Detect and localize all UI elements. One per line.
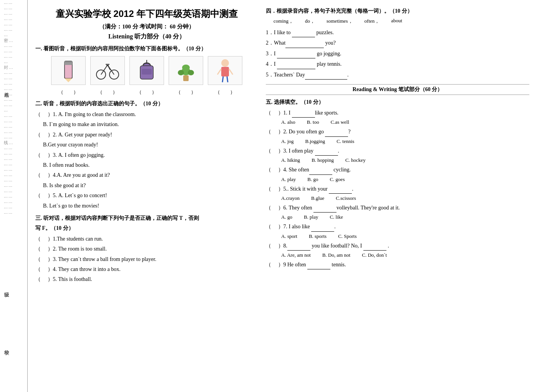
svg-rect-18 (221, 67, 229, 76)
right-column: 四．根据录音内容，将句子补充完整（每格一词）。（10 分） coming， do… (266, 8, 529, 384)
s5-q1-options: A. also B. too C.as well (266, 119, 529, 125)
s5-q6-options: A. go B. play C. like (266, 214, 529, 220)
section1-block: 一. 看图听音，根据听到的内容用阿拉伯数字给下面各图标号。（10 分） (35, 45, 258, 96)
img-label-5: （ ） (208, 89, 242, 96)
img-label-2: （ ） (90, 89, 125, 96)
title-sub: （满分：100 分 考试时间： 60 分钟） (35, 23, 258, 30)
svg-point-17 (221, 59, 229, 67)
s5-q8: （ ）8. you like football? No, I . (266, 242, 529, 251)
section2-header: 二. 听音，根据听到的内容选出正确的句子。（10 分） (35, 100, 258, 107)
page-title: 童兴实验学校 2012 年下四年级英语期中测查 (35, 8, 258, 20)
svg-point-15 (188, 70, 194, 75)
section5-block: 五. 选择填空。（10 分） （ ）1. I like sports. A. a… (266, 99, 529, 270)
s5-q3-options: A. hiking B. hopping C. hockey (266, 157, 529, 163)
s4-q5: 5．Teachers` Day . (266, 71, 529, 80)
s4-q2: 2．What you? (266, 39, 529, 48)
svg-line-19 (217, 69, 221, 75)
section2-block: 二. 听音，根据听到的内容选出正确的句子。（10 分） （ ）1. A. I'm… (35, 100, 258, 210)
word-bank: coming， do， sometimes， often， about (273, 18, 529, 25)
s5-q7: （ ）7. I also like . (266, 223, 529, 231)
s2-q2: （ ）2. A. Get your paper ready! (35, 131, 258, 139)
s5-q8-options: A. Are, am not B. Do, am not C. Do, don`… (266, 252, 529, 258)
s3-q1: （ ）1.The students can run. (35, 235, 258, 243)
svg-line-22 (227, 76, 228, 82)
image-row (35, 56, 258, 85)
svg-line-20 (229, 69, 233, 75)
s5-q6: （ ）6. They often volleyball. They're goo… (266, 204, 529, 213)
main-content: 童兴实验学校 2012 年下四年级英语期中测查 （满分：100 分 考试时间： … (28, 0, 537, 392)
s2-q1b: B. I`m going to make an invitation. (35, 120, 258, 129)
svg-rect-3 (65, 61, 72, 62)
svg-line-21 (222, 76, 223, 82)
img-label-3: （ ） (129, 89, 164, 96)
svg-rect-7 (106, 64, 109, 65)
s5-q9: （ ）9 He often tennis. (266, 261, 529, 269)
img-label-4: （ ） (169, 89, 203, 96)
s5-q3: （ ）3. I often play . (266, 147, 529, 156)
s5-q5: （ ）5.. Stick it with your . (266, 185, 529, 194)
dotted-lines: …… …… …… …… …… …… … 密… …… …… …… … 封… …… … (4, 0, 27, 215)
s4-q3: 3．I go jogging. (266, 50, 529, 58)
s5-q1: （ ）1. I like sports. (266, 109, 529, 118)
s2-q3: （ ）3. A. I often go jogging. (35, 151, 258, 159)
s2-q5: （ ）5. A. Let`s go to concert! (35, 191, 258, 200)
listening-section-title: Listening 听力部分（40 分） (35, 33, 258, 41)
s3-q3: （ ）3. They can`t throw a ball from playe… (35, 255, 258, 264)
s5-q2: （ ）2. Do you often go ? (266, 128, 529, 136)
s5-q7-options: A. sport B. sports C. Sports (266, 233, 529, 239)
s5-q5-options: A.crayon B.glue C.scissors (266, 195, 529, 201)
rw-section-header: Reading & Writing 笔试部分（60 分） (266, 84, 529, 95)
image-backpack (129, 56, 164, 85)
svg-rect-10 (142, 69, 152, 75)
s2-q4: （ ）4.A. Are you at good at it? (35, 171, 258, 179)
s3-q5: （ ）5. This is football. (35, 275, 258, 284)
section1-header: 一. 看图听音，根据听到的内容用阿拉伯数字给下面各图标号。（10 分） (35, 45, 258, 52)
image-pencil (51, 56, 86, 85)
svg-rect-12 (183, 75, 189, 81)
section3-header: 三. 听对话，根据对话内容判断下列句子是否正确，正确的写 T，否则 (35, 215, 258, 222)
section3-block: 三. 听对话，根据对话内容判断下列句子是否正确，正确的写 T，否则 写 F。（1… (35, 215, 258, 284)
s4-q1: 1．I like to puzzles. (266, 28, 529, 37)
s2-q5b: B. Let`s go to the movies! (35, 202, 258, 210)
image-plant (169, 56, 203, 85)
s3-q4: （ ）4. They can throw it into a box. (35, 265, 258, 274)
s2-q3b: B. I often read books. (35, 161, 258, 169)
s5-q4: （ ）4. She often cycling. (266, 166, 529, 174)
s5-q2-options: A. jog B.jogging C. tennis (266, 138, 529, 145)
svg-point-14 (178, 70, 184, 75)
img-label-1: （ ） (51, 89, 86, 96)
s3-q2: （ ）2. The room is too small. (35, 245, 258, 253)
image-label-row: （ ） （ ） （ ） （ ） （ ） (35, 89, 258, 96)
page-container: …… …… …… …… …… …… … 密… …… …… …… … 封… …… … (0, 0, 537, 392)
s2-q4b: B. Is she good at it? (35, 181, 258, 190)
s5-q4-options: A. play B. go C. goes (266, 176, 529, 183)
left-margin: …… …… …… …… …… …… … 密… …… …… …… … 封… …… … (0, 0, 28, 392)
s4-q4: 4．I play tennis. (266, 60, 529, 69)
section4-block: 四．根据录音内容，将句子补充完整（每格一词）。（10 分） coming， do… (266, 8, 529, 80)
image-bike (90, 56, 125, 85)
section3-header2: 写 F。（10 分） (35, 225, 258, 232)
s2-q1: （ ）1. A. I'm going to clean the classroo… (35, 110, 258, 119)
s2-q2b: B.Get your crayon ready! (35, 141, 258, 149)
section5-sub-header: 五. 选择填空。（10 分） (266, 99, 529, 106)
image-girl (208, 56, 242, 85)
section4-header: 四．根据录音内容，将句子补充完整（每格一词）。（10 分） (266, 8, 529, 15)
left-column: 童兴实验学校 2012 年下四年级英语期中测查 （满分：100 分 考试时间： … (35, 8, 258, 384)
svg-marker-2 (65, 78, 72, 82)
svg-point-16 (182, 65, 190, 71)
